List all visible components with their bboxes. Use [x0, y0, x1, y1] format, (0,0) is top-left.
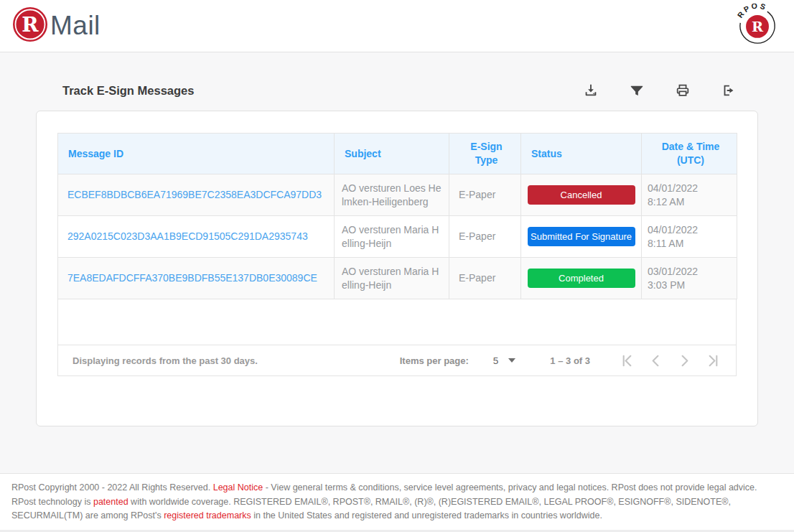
main-content: Track E-Sign Messages [0, 52, 794, 473]
date-value: 04/01/2022 [648, 223, 729, 237]
table-row: ECBEF8BDBCB6EA71969BE7C2358EA3DCFCA97DD3… [58, 174, 737, 216]
records-summary: Displaying records from the past 30 days… [73, 355, 400, 366]
subject-cell: AO versturen Loes Helmken-Heiligenberg [335, 174, 449, 216]
rmail-logo: R Mail [11, 6, 101, 46]
status-cell: Cancelled [521, 174, 642, 216]
download-icon[interactable] [583, 83, 599, 98]
status-cell: Completed [521, 258, 642, 299]
previous-page-icon[interactable] [648, 353, 664, 369]
status-badge[interactable]: Submitted For Signature [528, 227, 635, 246]
first-page-icon[interactable] [619, 353, 635, 369]
footer-link[interactable]: registered trademarks [164, 510, 251, 521]
date-time-cell: 04/01/20228:12 AM [642, 174, 737, 216]
table-body: ECBEF8BDBCB6EA71969BE7C2358EA3DCFCA97DD3… [58, 174, 737, 299]
message-id-link[interactable]: 292A0215C023D3AA1B9ECD91505C291DA2935743 [67, 230, 308, 242]
table-row: 292A0215C023D3AA1B9ECD91505C291DA2935743… [58, 216, 737, 258]
status-cell: Submitted For Signature [521, 216, 642, 258]
status-badge[interactable]: Completed [528, 269, 635, 288]
time-value: 8:12 AM [648, 195, 729, 209]
print-icon[interactable] [675, 83, 691, 98]
svg-text:R: R [22, 13, 39, 37]
filter-icon[interactable] [629, 83, 645, 98]
date-time-cell: 03/01/20223:03 PM [642, 258, 737, 299]
chevron-down-icon [508, 358, 515, 363]
page-title: Track E-Sign Messages [62, 84, 194, 98]
pagination-bar: Displaying records from the past 30 days… [57, 345, 737, 376]
message-id-link[interactable]: ECBEF8BDBCB6EA71969BE7C2358EA3DCFCA97DD3 [67, 189, 322, 200]
messages-table: Message ID Subject E-Sign Type Status Da… [57, 133, 737, 299]
esign-type-cell: E-Paper [449, 258, 521, 299]
message-id-cell: 292A0215C023D3AA1B9ECD91505C291DA2935743 [58, 216, 335, 258]
subject-cell: AO versturen Maria Helling-Heijn [335, 258, 449, 299]
col-subject: Subject [335, 134, 449, 174]
messages-card: Message ID Subject E-Sign Type Status Da… [36, 111, 758, 426]
items-per-page-select[interactable]: 5 [493, 355, 516, 366]
esign-type-cell: E-Paper [449, 174, 521, 216]
rpost-badge-icon: RPOST R [737, 4, 778, 48]
date-value: 04/01/2022 [648, 182, 729, 195]
svg-text:R: R [752, 19, 764, 35]
table-empty-area [57, 299, 737, 345]
footer-link[interactable]: patented [93, 497, 129, 507]
exit-icon[interactable] [721, 83, 737, 98]
col-message-id: Message ID [58, 134, 335, 174]
brand-name: Mail [50, 11, 101, 41]
subject-cell: AO versturen Maria Helling-Heijn [335, 216, 449, 258]
pagination-nav [619, 353, 721, 369]
footer-legal: RPost Copyright 2000 - 2022 All Rights R… [11, 482, 757, 521]
app-header: R Mail RPOST R [0, 0, 794, 52]
table-header-row: Message ID Subject E-Sign Type Status Da… [58, 134, 737, 174]
legal-footer: RPost Copyright 2000 - 2022 All Rights R… [0, 473, 794, 530]
footer-link[interactable]: Legal Notice [213, 482, 263, 493]
date-time-cell: 04/01/20228:11 AM [642, 216, 737, 258]
toolbar [583, 83, 737, 98]
date-value: 03/01/2022 [648, 265, 729, 279]
items-per-page-value: 5 [493, 355, 499, 366]
col-status: Status [521, 134, 642, 174]
next-page-icon[interactable] [676, 353, 693, 369]
footer-text: RPost Copyright 2000 - 2022 All Rights R… [11, 482, 213, 493]
col-esign-type: E-Sign Type [449, 134, 521, 174]
page-range: 1 – 3 of 3 [550, 355, 590, 366]
footer-text: in the United States and registered and … [251, 510, 602, 521]
time-value: 8:11 AM [648, 237, 729, 251]
message-id-link[interactable]: 7EA8EDAFDCFFA370BE9BDFB55E137DB0E30089CE [67, 272, 317, 284]
rmail-logo-icon: R [11, 6, 49, 46]
message-id-cell: ECBEF8BDBCB6EA71969BE7C2358EA3DCFCA97DD3 [58, 174, 335, 216]
last-page-icon[interactable] [705, 353, 721, 369]
message-id-cell: 7EA8EDAFDCFFA370BE9BDFB55E137DB0E30089CE [58, 258, 335, 299]
status-badge[interactable]: Cancelled [528, 185, 635, 205]
items-per-page-label: Items per page: [400, 355, 469, 366]
esign-type-cell: E-Paper [449, 216, 521, 258]
col-date-time: Date & Time (UTC) [642, 134, 737, 174]
time-value: 3:03 PM [648, 279, 729, 292]
table-row: 7EA8EDAFDCFFA370BE9BDFB55E137DB0E30089CE… [58, 258, 737, 299]
